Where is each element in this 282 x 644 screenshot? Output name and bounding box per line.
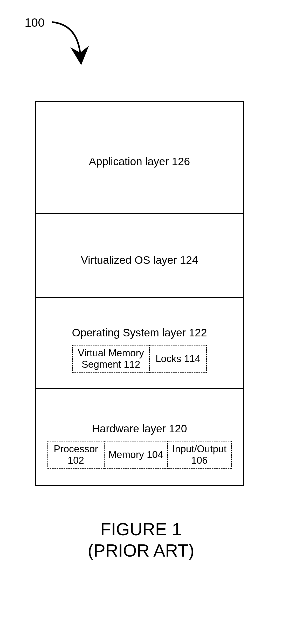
figure-caption-line2: (PRIOR ART) bbox=[0, 540, 282, 561]
hardware-layer-label: Hardware layer 120 bbox=[92, 423, 187, 435]
figure-ref-number: 100 bbox=[25, 16, 45, 30]
os-components-row: Virtual MemorySegment 112 Locks 114 bbox=[36, 345, 243, 373]
figure-caption: FIGURE 1 (PRIOR ART) bbox=[0, 519, 282, 561]
operating-system-layer-label: Operating System layer 122 bbox=[72, 327, 207, 339]
hardware-layer: Hardware layer 120 Processor102 Memory 1… bbox=[36, 389, 243, 485]
application-layer-label: Application layer 126 bbox=[89, 155, 190, 168]
operating-system-layer: Operating System layer 122 Virtual Memor… bbox=[36, 298, 243, 389]
virtualized-os-layer: Virtualized OS layer 124 bbox=[36, 214, 243, 298]
figure-caption-line1: FIGURE 1 bbox=[0, 519, 282, 540]
layer-stack: Application layer 126 Virtualized OS lay… bbox=[35, 101, 244, 486]
application-layer: Application layer 126 bbox=[36, 102, 243, 214]
hardware-components-row: Processor102 Memory 104 Input/Output106 bbox=[36, 441, 243, 469]
memory-box: Memory 104 bbox=[105, 441, 168, 469]
virtualized-os-layer-label: Virtualized OS layer 124 bbox=[81, 254, 198, 266]
io-box: Input/Output106 bbox=[168, 441, 232, 469]
locks-box: Locks 114 bbox=[150, 345, 207, 373]
ref-arrow bbox=[47, 17, 93, 66]
virtual-memory-segment-box: Virtual MemorySegment 112 bbox=[72, 345, 150, 373]
processor-box: Processor102 bbox=[47, 441, 105, 469]
